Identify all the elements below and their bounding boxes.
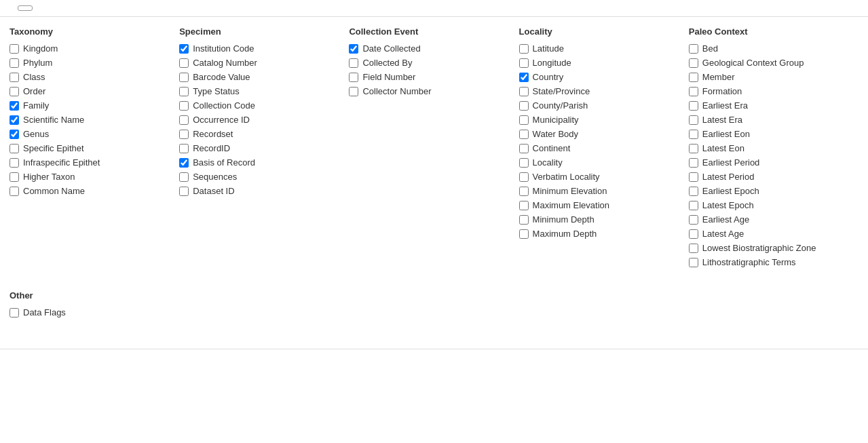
checkbox-specimen-2[interactable] — [179, 73, 189, 82]
checkbox-locality-4[interactable] — [519, 101, 529, 111]
checkbox-label[interactable]: Collection Code — [193, 100, 255, 111]
checkbox-locality-13[interactable] — [519, 229, 529, 239]
checkbox-paleo_context-0[interactable] — [689, 44, 698, 54]
checkbox-label[interactable]: Latest Age — [702, 229, 744, 239]
checkbox-label[interactable]: County/Parish — [533, 100, 588, 111]
checkbox-paleo_context-3[interactable] — [689, 87, 698, 96]
checkbox-label[interactable]: Municipality — [533, 115, 579, 125]
checkbox-paleo_context-10[interactable] — [689, 187, 698, 196]
checkbox-label[interactable]: RecordID — [193, 143, 230, 153]
checkbox-label[interactable]: Sequences — [193, 172, 237, 182]
checkbox-locality-6[interactable] — [519, 130, 529, 139]
checkbox-locality-3[interactable] — [519, 87, 529, 96]
checkbox-locality-5[interactable] — [519, 115, 529, 125]
checkbox-label[interactable]: Family — [23, 100, 49, 111]
checkbox-label[interactable]: Latest Era — [702, 115, 742, 125]
checkbox-paleo_context-7[interactable] — [689, 144, 698, 153]
checkbox-taxonomy-6[interactable] — [10, 130, 19, 139]
checkbox-taxonomy-3[interactable] — [10, 87, 19, 96]
checkbox-collection_event-1[interactable] — [349, 58, 358, 68]
checkbox-taxonomy-4[interactable] — [10, 101, 19, 111]
checkbox-specimen-8[interactable] — [179, 158, 189, 168]
checkbox-specimen-4[interactable] — [179, 101, 189, 111]
checkbox-taxonomy-0[interactable] — [10, 44, 19, 54]
checkbox-collection_event-2[interactable] — [349, 73, 358, 82]
checkbox-label[interactable]: Barcode Value — [193, 72, 250, 82]
checkbox-label[interactable]: Date Collected — [362, 43, 420, 54]
checkbox-specimen-3[interactable] — [179, 87, 189, 96]
checkbox-label[interactable]: Common Name — [23, 186, 85, 196]
checkbox-paleo_context-5[interactable] — [689, 115, 698, 125]
checkbox-locality-0[interactable] — [519, 44, 529, 54]
checkbox-label[interactable]: Locality — [533, 157, 563, 168]
checkbox-paleo_context-13[interactable] — [689, 229, 698, 239]
checkbox-label[interactable]: Dataset ID — [193, 186, 234, 196]
checkbox-label[interactable]: Latitude — [533, 43, 564, 54]
checkbox-label[interactable]: Latest Epoch — [702, 200, 754, 210]
checkbox-label[interactable]: Collected By — [362, 58, 412, 68]
checkbox-label[interactable]: Institution Code — [193, 43, 254, 54]
checkbox-locality-1[interactable] — [519, 58, 529, 68]
checkbox-label[interactable]: Higher Taxon — [23, 172, 75, 182]
checkbox-taxonomy-8[interactable] — [10, 158, 19, 168]
checkbox-paleo_context-14[interactable] — [689, 244, 698, 253]
checkbox-label[interactable]: Earliest Era — [702, 100, 748, 111]
checkbox-label[interactable]: Type Status — [193, 86, 240, 96]
checkbox-label[interactable]: Collector Number — [362, 86, 431, 96]
checkbox-label[interactable]: Phylum — [23, 58, 52, 68]
checkbox-locality-12[interactable] — [519, 215, 529, 225]
checkbox-label[interactable]: Specific Epithet — [23, 143, 84, 153]
checkbox-collection_event-0[interactable] — [349, 44, 358, 54]
checkbox-label[interactable]: Minimum Depth — [533, 214, 595, 225]
checkbox-paleo_context-15[interactable] — [689, 258, 698, 267]
checkbox-label[interactable]: Member — [702, 72, 735, 82]
checkbox-label[interactable]: Catalog Number — [193, 58, 257, 68]
checkbox-label[interactable]: Lithostratigraphic Terms — [702, 257, 796, 267]
checkbox-label[interactable]: Data Flags — [23, 307, 66, 317]
checkbox-locality-8[interactable] — [519, 158, 529, 168]
checkbox-label[interactable]: Genus — [23, 129, 49, 139]
checkbox-paleo_context-12[interactable] — [689, 215, 698, 225]
checkbox-specimen-0[interactable] — [179, 44, 189, 54]
checkbox-label[interactable]: Earliest Epoch — [702, 186, 759, 196]
checkbox-collection_event-3[interactable] — [349, 87, 358, 96]
checkbox-label[interactable]: Lowest Biostratigraphic Zone — [702, 243, 816, 253]
checkbox-label[interactable]: Longitude — [533, 58, 571, 68]
checkbox-label[interactable]: Verbatim Locality — [533, 172, 600, 182]
checkbox-label[interactable]: Bed — [702, 43, 718, 54]
checkbox-label[interactable]: Latest Eon — [702, 143, 744, 153]
checkbox-label[interactable]: Recordset — [193, 129, 233, 139]
checkbox-label[interactable]: Occurrence ID — [193, 115, 250, 125]
checkbox-locality-2[interactable] — [519, 73, 529, 82]
checkbox-label[interactable]: State/Province — [533, 86, 590, 96]
checkbox-label[interactable]: Minimum Elevation — [533, 186, 607, 196]
checkbox-label[interactable]: Basis of Record — [193, 157, 255, 168]
checkbox-specimen-7[interactable] — [179, 144, 189, 153]
checkbox-locality-9[interactable] — [519, 172, 529, 182]
checkbox-label[interactable]: Field Number — [362, 72, 415, 82]
checkbox-taxonomy-1[interactable] — [10, 58, 19, 68]
checkbox-paleo_context-9[interactable] — [689, 172, 698, 182]
checkbox-label[interactable]: Earliest Age — [702, 214, 749, 225]
checkbox-taxonomy-2[interactable] — [10, 73, 19, 82]
checkbox-label[interactable]: Water Body — [533, 129, 578, 139]
checkbox-label[interactable]: Latest Period — [702, 172, 755, 182]
checkbox-other-0[interactable] — [10, 308, 19, 317]
checkbox-label[interactable]: Maximum Elevation — [533, 200, 609, 210]
checkbox-label[interactable]: Maximum Depth — [533, 229, 597, 239]
checkbox-label[interactable]: Earliest Eon — [702, 129, 750, 139]
checkbox-specimen-5[interactable] — [179, 115, 189, 125]
checkbox-locality-11[interactable] — [519, 201, 529, 210]
checkbox-taxonomy-7[interactable] — [10, 144, 19, 153]
checkbox-label[interactable]: Geological Context Group — [702, 58, 804, 68]
checkbox-paleo_context-11[interactable] — [689, 201, 698, 210]
checkbox-locality-10[interactable] — [519, 187, 529, 196]
checkbox-taxonomy-10[interactable] — [10, 187, 19, 196]
checkbox-locality-7[interactable] — [519, 144, 529, 153]
checkbox-specimen-9[interactable] — [179, 172, 189, 182]
checkbox-taxonomy-9[interactable] — [10, 172, 19, 182]
checkbox-specimen-1[interactable] — [179, 58, 189, 68]
checkbox-label[interactable]: Earliest Period — [702, 157, 760, 168]
reset-button[interactable] — [18, 5, 33, 11]
checkbox-specimen-6[interactable] — [179, 130, 189, 139]
